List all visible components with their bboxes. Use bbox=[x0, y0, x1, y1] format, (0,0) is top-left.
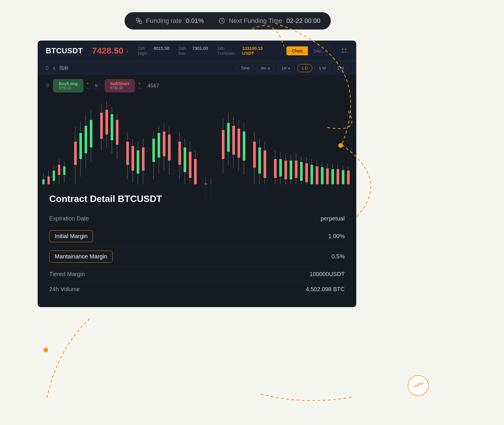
percent-icon bbox=[135, 17, 143, 25]
svg-rect-21 bbox=[63, 166, 65, 175]
sell-plus[interactable]: + bbox=[138, 81, 140, 85]
time-btn-1m[interactable]: 1 M bbox=[333, 64, 348, 72]
contract-initial-margin-value: 1.00% bbox=[328, 233, 345, 240]
svg-rect-93 bbox=[300, 162, 303, 181]
next-funding-item: Next Funding Time 02-22 00:00 bbox=[218, 17, 320, 25]
svg-rect-95 bbox=[305, 163, 308, 182]
svg-rect-41 bbox=[132, 146, 134, 171]
svg-rect-37 bbox=[116, 120, 118, 145]
contract-title: Contract Detail BTCUSDT bbox=[49, 194, 345, 204]
svg-rect-45 bbox=[142, 147, 145, 171]
svg-rect-25 bbox=[79, 133, 82, 159]
sell-price: 9730.33 bbox=[110, 86, 123, 90]
svg-rect-79 bbox=[258, 147, 261, 174]
svg-line-5 bbox=[222, 21, 223, 21]
chart-tabs: Chart Dep... bbox=[286, 46, 331, 55]
right-price: .4567 bbox=[146, 83, 159, 89]
orange-dot-2 bbox=[43, 348, 48, 352]
funding-rate-value: 0.01% bbox=[186, 17, 204, 25]
svg-rect-0 bbox=[136, 18, 139, 21]
tab-chart[interactable]: Chart bbox=[286, 46, 308, 55]
svg-rect-81 bbox=[264, 150, 266, 178]
svg-rect-23 bbox=[74, 142, 77, 165]
svg-rect-33 bbox=[105, 110, 108, 134]
stats-bar: 24h High: 8015.50 24h low: 7301.00 24h T… bbox=[138, 46, 271, 56]
trading-panel: BTCUSDT 7428.50 ↓ 24h High: 8015.50 24h … bbox=[38, 41, 356, 307]
svg-rect-47 bbox=[152, 139, 155, 162]
clock-icon bbox=[218, 17, 226, 25]
symbol-name: BTCUSDT bbox=[46, 46, 83, 55]
indicator-0-label: 0 bbox=[46, 65, 49, 71]
stat-low-value: 7301.00 bbox=[192, 46, 208, 56]
funding-rate-item: Funding rate 0.01% bbox=[135, 17, 204, 25]
contract-row-tiered-margin: Tiered Margin 100000USDT bbox=[49, 267, 345, 282]
svg-rect-73 bbox=[238, 129, 240, 158]
contract-row-initial-margin: Initial Margin 1.00% bbox=[49, 226, 345, 247]
buy-long-button[interactable]: Buy/Long 9730.33 bbox=[53, 79, 83, 92]
price-display: 7428.50 ↓ bbox=[92, 46, 129, 56]
contract-maintenance-margin-value: 0.5% bbox=[331, 253, 345, 260]
contract-rows: Expiration Date perpetual Initial Margin… bbox=[49, 211, 345, 297]
svg-rect-87 bbox=[284, 160, 287, 179]
contract-expiration-label: Expiration Date bbox=[49, 215, 89, 222]
indicator-bar: 0 ∧ 指标 Time 3m ∨ 1H ∨ 1 D 1 W 1 M bbox=[38, 61, 356, 75]
order-buttons: ⠿ Buy/Long 9730.33 + − ↻ Sell/Short 9730… bbox=[46, 79, 159, 92]
price-value: 7428.50 bbox=[92, 46, 123, 56]
svg-rect-59 bbox=[189, 152, 191, 178]
drag-dots-icon[interactable]: ⠿ bbox=[46, 83, 50, 89]
chart-icon-button[interactable] bbox=[408, 375, 429, 396]
svg-rect-39 bbox=[126, 142, 129, 165]
contract-tiered-margin-label: Tiered Margin bbox=[49, 271, 85, 278]
svg-rect-61 bbox=[194, 159, 197, 185]
time-btn-time[interactable]: Time bbox=[236, 64, 254, 72]
svg-rect-77 bbox=[253, 142, 256, 168]
next-funding-value: 02-22 00:00 bbox=[286, 17, 320, 25]
chart-wave-icon bbox=[413, 380, 423, 391]
svg-rect-29 bbox=[90, 120, 92, 147]
indicator-label[interactable]: 指标 bbox=[59, 65, 69, 71]
svg-rect-67 bbox=[222, 130, 224, 159]
svg-rect-99 bbox=[316, 166, 318, 185]
stat-turnover: 24h Turnover: 133100.13 USDT bbox=[217, 46, 271, 56]
sell-controls: + − bbox=[138, 81, 140, 90]
svg-rect-27 bbox=[85, 126, 87, 153]
buy-plus[interactable]: + bbox=[87, 81, 89, 85]
svg-rect-69 bbox=[227, 123, 230, 152]
svg-rect-17 bbox=[53, 171, 55, 181]
svg-rect-53 bbox=[168, 134, 171, 160]
indicator-arrow[interactable]: ∧ bbox=[52, 65, 56, 71]
stat-turnover-value: 133100.13 USDT bbox=[242, 46, 271, 56]
tab-depth[interactable]: Dep... bbox=[308, 46, 330, 55]
contract-initial-margin-label: Initial Margin bbox=[49, 230, 93, 242]
stat-low: 24h low: 7301.00 bbox=[179, 46, 208, 56]
svg-rect-19 bbox=[58, 165, 60, 175]
contract-row-volume: 24h Volume 4,502.098 BTC bbox=[49, 282, 345, 297]
buy-minus[interactable]: − bbox=[87, 86, 89, 90]
time-btn-3m[interactable]: 3m ∨ bbox=[256, 64, 275, 72]
sell-short-button[interactable]: Sell/Short 9730.33 bbox=[105, 79, 135, 92]
panel-header: BTCUSDT 7428.50 ↓ 24h High: 8015.50 24h … bbox=[38, 41, 356, 61]
buy-label: Buy/Long bbox=[59, 81, 78, 86]
time-btn-1d[interactable]: 1 D bbox=[297, 64, 312, 72]
funding-rate-label: Funding rate bbox=[146, 17, 182, 25]
contract-row-expiration: Expiration Date perpetual bbox=[49, 211, 345, 226]
stat-low-label: 24h low: bbox=[179, 46, 191, 56]
price-down-arrow: ↓ bbox=[126, 48, 129, 54]
svg-rect-97 bbox=[311, 165, 313, 185]
svg-line-2 bbox=[137, 19, 141, 23]
top-info-bar: Funding rate 0.01% Next Funding Time 02-… bbox=[125, 12, 331, 30]
contract-maintenance-margin-label: Mantainance Margin bbox=[49, 251, 113, 262]
svg-rect-75 bbox=[243, 132, 245, 160]
stat-high-label: 24h High: bbox=[138, 46, 152, 56]
time-btn-1w[interactable]: 1 W bbox=[315, 64, 330, 72]
svg-rect-35 bbox=[111, 114, 113, 140]
svg-rect-91 bbox=[295, 160, 297, 178]
stat-turnover-label: 24h Turnover: bbox=[217, 46, 240, 56]
expand-button[interactable] bbox=[340, 46, 348, 55]
time-btn-1h[interactable]: 1H ∨ bbox=[277, 64, 295, 72]
contract-volume-label: 24h Volume bbox=[49, 286, 80, 293]
stat-high: 24h High: 8015.50 bbox=[138, 46, 169, 56]
refresh-button[interactable]: ↻ bbox=[92, 81, 101, 90]
sell-minus[interactable]: − bbox=[138, 86, 140, 90]
contract-row-maintenance-margin: Mantainance Margin 0.5% bbox=[49, 247, 345, 267]
